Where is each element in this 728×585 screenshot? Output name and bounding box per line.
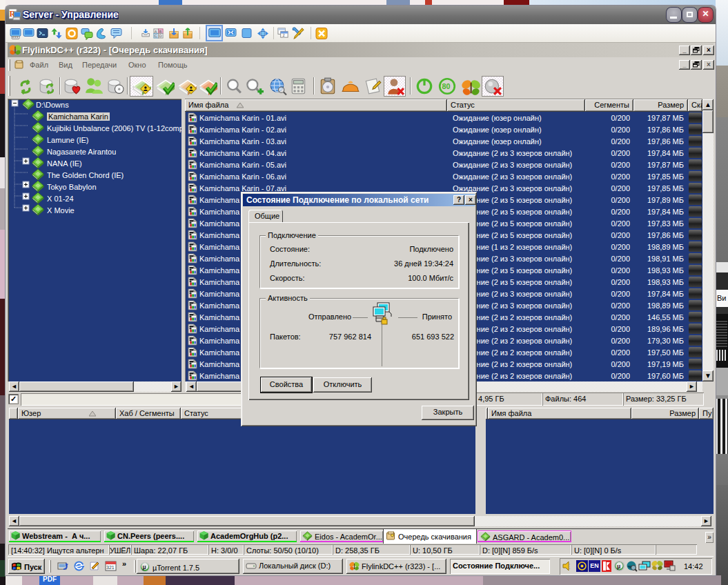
svg-text:A: A [155,30,157,34]
svg-text:321: 321 [106,565,115,570]
svg-text:2: 2 [283,33,285,37]
svg-text:D: D [159,34,161,38]
svg-text:µ: µ [617,563,620,570]
svg-text:µ: µ [143,564,146,571]
svg-text:80: 80 [442,82,450,90]
svg-text:B: B [159,30,161,34]
svg-text:C: C [155,34,157,38]
